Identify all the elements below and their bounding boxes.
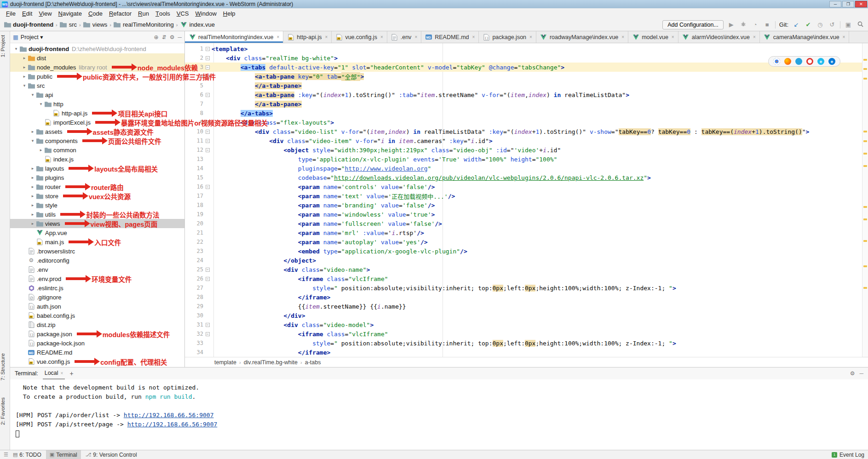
maximize-button[interactable]: ❐: [842, 1, 854, 7]
warning-mark-icon[interactable]: [863, 140, 867, 142]
tree-chevron-icon[interactable]: ▾: [38, 102, 44, 106]
tree-chevron-icon[interactable]: ▸: [29, 184, 36, 189]
edge-icon[interactable]: e: [828, 58, 835, 65]
warning-mark-icon[interactable]: [863, 265, 867, 267]
tree-item-src[interactable]: ▾src: [10, 81, 184, 90]
panel-settings-icon[interactable]: ⚙: [170, 34, 175, 40]
code-line-31[interactable]: 31− <div class="video-model">: [185, 320, 868, 329]
code-line-5[interactable]: 5− </a-tab-pane>: [185, 81, 868, 90]
warning-mark-icon[interactable]: [863, 165, 867, 167]
tree-item-utils[interactable]: ▸utils封装的一些公共函数方法: [10, 210, 184, 219]
tree-item-style[interactable]: ▸style: [10, 201, 184, 210]
editor-tab-http-api-js[interactable]: JShttp-api.js×: [283, 31, 332, 43]
menu-window[interactable]: Window: [192, 8, 220, 18]
opera-icon[interactable]: [806, 58, 813, 65]
menu-tools[interactable]: Tools: [152, 8, 173, 18]
code-line-21[interactable]: 21− <param name='mrl' :value='i.rtsp'/>: [185, 228, 868, 237]
menu-vcs[interactable]: VCS: [173, 8, 192, 18]
menu-edit[interactable]: Edit: [19, 8, 35, 18]
tree-item-api[interactable]: ▾api: [10, 90, 184, 99]
code-line-14[interactable]: 14− pluginspage="http://www.videolan.org…: [185, 164, 868, 173]
tree-item--eslintrc-js[interactable]: .eslintrc.js: [10, 283, 184, 293]
locate-file-icon[interactable]: ⊕: [154, 34, 159, 40]
code-line-6[interactable]: 6− <a-tab-pane :key="(index+1).toString(…: [185, 90, 868, 99]
stop-icon[interactable]: ■: [763, 21, 771, 28]
menu-run[interactable]: Run: [135, 8, 152, 18]
tree-chevron-icon[interactable]: ▸: [29, 212, 36, 217]
tree-item-duoji-frontend[interactable]: ▾duoji-frontendD:\zheheWeb\duoji-fronten…: [10, 44, 184, 53]
code-line-2[interactable]: 2− <div class="realTime bg-white">: [185, 53, 868, 63]
tree-item-README-md[interactable]: MDREADME.md: [10, 348, 184, 357]
code-line-18[interactable]: 18− <param name='branding' value='false'…: [185, 201, 868, 210]
fold-marker-icon[interactable]: −: [206, 332, 210, 336]
close-tab-icon[interactable]: ×: [621, 34, 624, 40]
tree-chevron-icon[interactable]: ▸: [29, 166, 36, 171]
code-editor[interactable]: 1−<template>2− <div class="realTime bg-w…: [185, 43, 868, 357]
safari-icon[interactable]: [795, 58, 802, 65]
hide-panel-icon[interactable]: ─: [178, 34, 182, 40]
terminal-tab-local[interactable]: Local ×: [43, 367, 65, 379]
close-tab-icon[interactable]: ×: [277, 34, 280, 40]
close-terminal-tab-icon[interactable]: ×: [61, 371, 63, 376]
tree-chevron-icon[interactable]: ▸: [38, 148, 44, 152]
tree-chevron-icon[interactable]: ▾: [21, 83, 28, 88]
firefox-icon[interactable]: [784, 58, 791, 65]
project-view-selector[interactable]: Project ▾: [21, 34, 43, 40]
terminal-minimize-icon[interactable]: ─: [859, 370, 863, 377]
tree-item-layouts[interactable]: ▸layoutslayouts全局布局相关: [10, 164, 184, 173]
code-line-10[interactable]: 10− <div class="video-list" v-for="(item…: [185, 127, 868, 136]
tree-item--env[interactable]: .env: [10, 265, 184, 274]
tree-chevron-icon[interactable]: ▸: [21, 65, 28, 69]
fold-marker-icon[interactable]: −: [206, 56, 210, 60]
code-line-20[interactable]: 20− <param name='fullscreen' value='fals…: [185, 219, 868, 228]
tool-window-structure-button[interactable]: 7: Structure: [0, 353, 10, 380]
close-button[interactable]: ✕: [855, 1, 867, 7]
editor-breadcrumb-1[interactable]: div.realTime.bg-white: [244, 359, 298, 366]
code-line-9[interactable]: 9− <div class="flex-layouts">: [185, 118, 868, 127]
code-line-4[interactable]: 4− <a-tab-pane key="0" tab="全部">: [185, 72, 868, 81]
code-line-30[interactable]: 30− </div>: [185, 311, 868, 320]
close-tab-icon[interactable]: ×: [380, 34, 383, 40]
tree-item-plugins[interactable]: ▸plugins: [10, 173, 184, 182]
close-tab-icon[interactable]: ×: [672, 34, 674, 40]
editor-tab-alarmVideos-index-vue[interactable]: alarmVideos\index.vue×: [678, 31, 760, 43]
tree-chevron-icon[interactable]: ▾: [29, 138, 36, 143]
git-commit-icon[interactable]: ✔: [804, 21, 812, 28]
breadcrumb-item-duoji-frontend[interactable]: duoji-frontend: [4, 21, 53, 29]
tree-item-package-lock-json[interactable]: {}package-lock.json: [10, 339, 184, 348]
fold-marker-icon[interactable]: −: [206, 139, 210, 143]
code-line-8[interactable]: 8− </a-tabs>: [185, 109, 868, 118]
tool-window-project-button[interactable]: 1: Project: [0, 35, 10, 57]
code-line-25[interactable]: 25− <div class="video-name">: [185, 265, 868, 274]
tree-chevron-icon[interactable]: ▸: [29, 129, 36, 134]
close-tab-icon[interactable]: ×: [414, 34, 417, 40]
tree-chevron-icon[interactable]: ▸: [21, 56, 28, 60]
tree-item-router[interactable]: ▸routerrouter路由: [10, 182, 184, 191]
warning-mark-icon[interactable]: [863, 287, 867, 289]
breadcrumb-item-realTimeMonitoring[interactable]: realTimeMonitoring: [114, 21, 174, 29]
terminal-output[interactable]: Note that the development build is not o…: [10, 379, 868, 450]
tree-chevron-icon[interactable]: ▾: [13, 46, 19, 51]
version-control-button[interactable]: ⎇9: Version Control: [82, 450, 141, 459]
fold-marker-icon[interactable]: −: [206, 65, 210, 69]
error-stripe-scrollbar[interactable]: [862, 43, 868, 357]
chrome-icon[interactable]: [773, 58, 780, 65]
code-line-1[interactable]: 1−<template>: [185, 44, 868, 53]
tree-item-node-modules[interactable]: ▸node_moduleslibrary rootnode_modules依赖: [10, 63, 184, 72]
todo-button[interactable]: ▤6: TODO: [9, 450, 45, 459]
breadcrumb-item-src[interactable]: src: [60, 21, 77, 29]
close-tab-icon[interactable]: ×: [472, 34, 475, 40]
code-line-26[interactable]: 26− <iframe class="vlcIframe": [185, 274, 868, 283]
editor-tab-README-md[interactable]: MDREADME.md×: [421, 31, 479, 43]
editor-tab-vue-config-js[interactable]: JSvue.config.js×: [332, 31, 387, 43]
fold-marker-icon[interactable]: −: [206, 185, 210, 189]
terminal-settings-icon[interactable]: ⚙: [850, 370, 855, 377]
tree-item-http-api-js[interactable]: JShttp-api.js项目相关api接口: [10, 109, 184, 118]
code-line-24[interactable]: 24− </object>: [185, 256, 868, 265]
menu-refactor[interactable]: Refactor: [106, 8, 135, 18]
tree-item-package-json[interactable]: {}package.jsonmodules依赖描述文件: [10, 329, 184, 339]
tree-chevron-icon[interactable]: ▸: [29, 175, 36, 180]
menu-code[interactable]: Code: [85, 8, 106, 18]
fold-marker-icon[interactable]: −: [206, 323, 210, 327]
minimize-button[interactable]: ─: [829, 1, 841, 7]
